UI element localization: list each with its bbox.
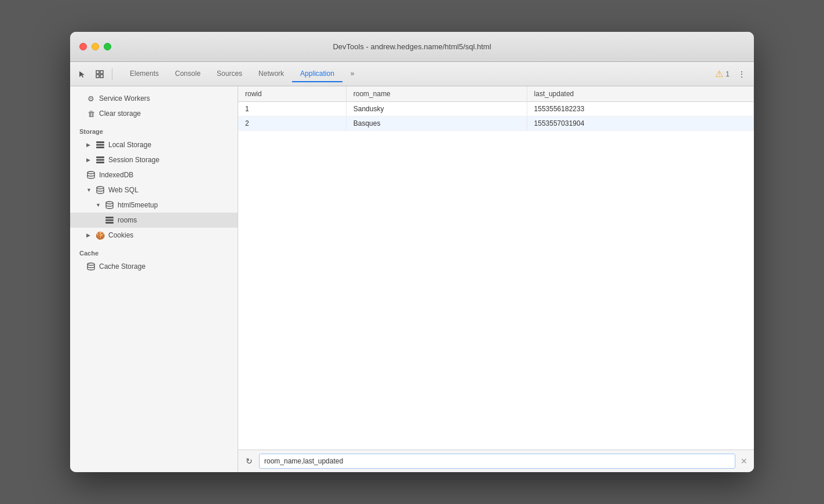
svg-rect-14 [105,220,114,221]
sidebar-item-rooms-label: rooms [118,216,137,224]
tab-console[interactable]: Console [167,66,209,82]
col-rowid: rowid [238,86,346,102]
svg-point-16 [87,263,94,265]
svg-point-11 [97,187,104,189]
more-options-icon[interactable]: ⋮ [734,67,749,82]
svg-rect-1 [100,71,103,74]
cache-section-label: Cache [70,243,238,259]
sidebar-item-service-workers-label: Service Workers [99,94,150,103]
table-header-row: rowid room_name last_updated [238,86,754,102]
tab-overflow[interactable]: » [342,66,363,82]
svg-point-12 [106,202,113,204]
tab-bar: Elements Console Sources Network Applica… [117,66,713,82]
main-panel: rowid room_name last_updated 1Sandusky15… [238,86,754,472]
sidebar-item-websql-label: Web SQL [108,186,138,194]
col-last-updated: last_updated [527,86,753,102]
tab-sources[interactable]: Sources [209,66,250,82]
tab-network[interactable]: Network [250,66,292,82]
toolbar: Elements Console Sources Network Applica… [70,62,754,86]
sidebar-item-local-storage-label: Local Storage [108,141,151,149]
svg-rect-6 [96,147,104,148]
svg-rect-13 [105,217,114,218]
cache-storage-icon [86,262,96,271]
titlebar: DevTools - andrew.hedges.name/html5/sql.… [70,32,754,62]
warning-badge[interactable]: ⚠ 1 [715,68,730,79]
svg-rect-15 [105,222,114,224]
tab-application[interactable]: Application [292,66,342,82]
svg-rect-4 [96,141,104,143]
table-row: 1Sandusky1553556182233 [238,102,754,116]
clear-storage-icon: 🗑 [86,109,96,118]
cell-last_updated: 1553556182233 [527,102,753,116]
refresh-button[interactable]: ↻ [243,455,256,468]
sidebar-item-cache-storage-label: Cache Storage [99,262,145,271]
chevron-right-icon-cookies: ▶ [86,232,92,238]
query-bar: ↻ ✕ [238,450,754,472]
svg-point-10 [87,171,94,174]
traffic-lights [79,43,111,50]
sidebar-item-clear-storage-label: Clear storage [99,109,141,118]
col-room-name: room_name [346,86,527,102]
inspect-icon[interactable] [92,67,107,82]
sidebar-item-rooms[interactable]: rooms [70,213,238,228]
sidebar-item-service-workers[interactable]: ⚙ Service Workers [70,91,238,106]
chevron-right-icon-session: ▶ [86,157,92,163]
rooms-icon [105,216,114,225]
svg-rect-3 [100,75,103,78]
data-table: rowid room_name last_updated 1Sandusky15… [238,86,754,131]
sidebar-item-session-storage-label: Session Storage [108,156,159,164]
local-storage-icon [96,140,105,149]
chevron-down-icon: ▼ [86,187,92,193]
devtools-window: DevTools - andrew.hedges.name/html5/sql.… [70,32,754,472]
indexeddb-icon [86,170,96,180]
sidebar-item-indexeddb-label: IndexedDB [99,171,133,179]
sidebar-item-cache-storage[interactable]: Cache Storage [70,259,238,274]
sidebar: ⚙ Service Workers 🗑 Clear storage Storag… [70,86,238,472]
svg-rect-5 [96,144,104,146]
tab-elements[interactable]: Elements [122,66,167,82]
cell-rowid: 1 [238,102,346,116]
cell-last_updated: 1553557031904 [527,116,753,131]
refresh-icon: ↻ [246,456,253,466]
service-workers-icon: ⚙ [86,94,96,103]
sidebar-item-cookies[interactable]: ▶ 🍪 Cookies [70,228,238,243]
sidebar-item-websql[interactable]: ▼ Web SQL [70,182,238,198]
table-row: 2Basques1553557031904 [238,116,754,131]
session-storage-icon [96,155,105,165]
sidebar-item-local-storage[interactable]: ▶ Local Storage [70,137,238,152]
maximize-button[interactable] [104,43,111,50]
sidebar-item-html5meetup-label: html5meetup [118,201,158,209]
svg-rect-2 [96,75,99,78]
sidebar-item-clear-storage[interactable]: 🗑 Clear storage [70,106,238,121]
minimize-button[interactable] [92,43,99,50]
websql-icon [96,185,105,195]
clear-query-button[interactable]: ✕ [739,456,749,466]
table-container: rowid room_name last_updated 1Sandusky15… [238,86,754,450]
sidebar-item-cookies-label: Cookies [108,231,133,239]
cell-room_name: Sandusky [346,102,527,116]
toolbar-right: ⚠ 1 ⋮ [715,67,749,82]
close-button[interactable] [79,43,87,50]
cursor-icon[interactable] [75,67,90,82]
sidebar-item-indexeddb[interactable]: IndexedDB [70,167,238,182]
svg-rect-7 [96,156,104,158]
warning-triangle-icon: ⚠ [715,68,723,79]
svg-rect-0 [96,71,99,74]
toolbar-divider [112,68,112,80]
warning-count: 1 [725,70,730,78]
chevron-down-icon-db: ▼ [96,202,101,208]
svg-rect-9 [96,162,104,163]
chevron-right-icon: ▶ [86,142,92,148]
clear-icon: ✕ [741,456,748,466]
cell-room_name: Basques [346,116,527,131]
svg-rect-8 [96,159,104,161]
window-title: DevTools - andrew.hedges.name/html5/sql.… [333,42,491,51]
cookies-icon: 🍪 [96,231,105,240]
sidebar-item-session-storage[interactable]: ▶ Session Storage [70,152,238,167]
query-input[interactable] [259,454,735,469]
cell-rowid: 2 [238,116,346,131]
main-content: ⚙ Service Workers 🗑 Clear storage Storag… [70,86,754,472]
storage-section-label: Storage [70,121,238,137]
sidebar-item-html5meetup[interactable]: ▼ html5meetup [70,198,238,213]
html5meetup-icon [105,200,114,210]
